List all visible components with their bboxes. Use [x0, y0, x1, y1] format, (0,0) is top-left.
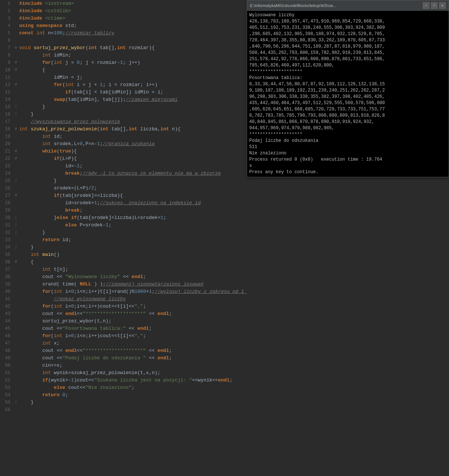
terminal-line: Wylosowane liczby: [249, 12, 446, 18]
code-line-9: 9 ▽ for(int j = 0; j < rozmiar-1; j++): [0, 59, 247, 66]
code-line-42: 42 for(int i=0;i<n;i++)cout<<t[i]<<",";: [0, 303, 247, 310]
terminal-titlebar: E:\informatykaMiGra\codeBlocks\lekcje\kl…: [247, 0, 449, 11]
close-button[interactable]: ✕: [439, 2, 446, 9]
terminal-window[interactable]: E:\informatykaMiGra\codeBlocks\lekcje\kl…: [247, 0, 449, 177]
code-line-8: 8 int idMin;: [0, 52, 247, 59]
terminal-line: Posortowana tablica:: [249, 75, 446, 81]
code-line-16: 16 │ }: [0, 111, 247, 118]
terminal-title: E:\informatykaMiGra\codeBlocks\lekcje\kl…: [250, 3, 423, 8]
code-line-46: 46 for(int i=0;i<n;i++)cout<<t[i]<<",";: [0, 332, 247, 340]
code-line-39: 39 srand( time( NULL ) );//zapewnij niep…: [0, 281, 247, 288]
terminal-line: 8,782,783,785,785,790,793,800,800,809,81…: [249, 113, 446, 119]
code-line-2: 2 #include <cstdlib>: [0, 7, 247, 15]
code-line-38: 38 cout << "Wylosowane liczby" << endl;: [0, 273, 247, 281]
code-line-28: 28 id=srodek+1;//sukces, znaleziono na i…: [0, 199, 247, 207]
terminal-line: 40,840,845,861,866,870,878,890,910,910,9…: [249, 119, 446, 125]
code-line-12: 12 ▽ for(int i = j + 1; i < rozmiar; i++…: [0, 81, 247, 89]
code-line-1: 1 #include <iostream>: [0, 0, 247, 7]
code-line-33: 33 return id;: [0, 236, 247, 244]
code-line-15: 15 │ }: [0, 103, 247, 111]
code-lines: 1 #include <iostream> 2 #include <cstdli…: [0, 0, 247, 414]
code-line-26: 26 srodek=(L+P)/2;: [0, 185, 247, 192]
code-line-21: 21 ▽ while(true){: [0, 148, 247, 155]
code-line-53: 53 else cout<<"Nie znaleziono";: [0, 384, 247, 391]
terminal-line: 9,180,187,188,189,192,231,239,240,251,26…: [249, 88, 446, 94]
terminal-line: 405,512,192,753,231,338,240,555,306,303,…: [249, 25, 446, 31]
code-line-56: 56: [0, 406, 247, 414]
code-line-13: 13 if(tab[i] < tab[idMin]) idMin = i;: [0, 89, 247, 96]
code-line-40: 40 for(int i=0;i<n;i++)t[i]=rand()%1000+…: [0, 288, 247, 295]
terminal-line: 426,138,783,180,957,47,473,910,969,854,7…: [249, 18, 446, 25]
code-line-32: 32 │ }: [0, 229, 247, 236]
terminal-line: 785,645,826,460,497,112,620,800,: [249, 62, 446, 69]
code-line-50: 50 cin>>x;: [0, 362, 247, 369]
code-line-22: 22 ▽ if(L>P){: [0, 155, 247, 162]
code-line-44: 44 sortuj_przez_wybor(t,n);: [0, 318, 247, 325]
code-editor[interactable]: 1 #include <iostream> 2 #include <cstdli…: [0, 0, 247, 476]
terminal-line: 944,957,969,974,979,980,982,985,: [249, 125, 446, 131]
code-line-35: 35 int main(): [0, 251, 247, 258]
terminal-line: Nie znaleziono: [249, 150, 446, 157]
terminal-control-buttons: — □ ✕: [423, 2, 446, 9]
code-line-55: 55 │ }: [0, 399, 247, 406]
terminal-line: 435,442,460,464,473,497,512,529,555,560,…: [249, 100, 446, 106]
terminal-line: ,605,620,645,651,668,685,720,729,733,733…: [249, 106, 446, 113]
terminal-line: 511: [249, 144, 446, 150]
code-line-20: 20 int srodek,L=0,P=n-1;//granica szukan…: [0, 140, 247, 148]
minimize-button[interactable]: —: [423, 2, 429, 9]
terminal-line: 560,44,435,262,793,800,159,782,982,910,2…: [249, 50, 446, 56]
code-line-14: 14 swap(tab[idMin], tab[j]);//zamien mie…: [0, 96, 247, 103]
terminal-output: Wylosowane liczby426,138,783,180,957,47,…: [247, 11, 449, 177]
code-line-47: 47 int x;: [0, 340, 247, 347]
code-line-51: 51 int wynik=szukaj_przez_polowienie(t,x…: [0, 369, 247, 377]
code-line-4: 4 using namespace std;: [0, 22, 247, 30]
code-line-43: 43 cout << endl<<"********************" …: [0, 310, 247, 318]
code-line-31: 31 │ else P=srodek-1;: [0, 222, 247, 229]
terminal-line: ********************: [249, 69, 446, 75]
code-line-7: 7 ▽ void sortuj_przez_wybor(int tab[],in…: [0, 44, 247, 52]
code-line-48: 48 cout << endl<<"********************" …: [0, 347, 247, 355]
code-line-5: 5 const int n=100;//rozmiar tablicy: [0, 30, 247, 37]
terminal-line: ,298,685,402,132,985,398,188,974,932,128…: [249, 31, 446, 37]
code-line-3: 3 #include <ctime>: [0, 15, 247, 22]
code-line-54: 54 return 0;: [0, 391, 247, 399]
code-line-49: 49 cout <<"Podaj liczbe do odszukania " …: [0, 355, 247, 362]
code-line-11: 11 idMin = j;: [0, 74, 247, 81]
code-line-30: 30 │ }else if(tab[srodek]<liczba)L=srode…: [0, 214, 247, 222]
code-line-27: 27 ▽ if(tab[srodek]==liczba){: [0, 192, 247, 199]
terminal-line: Podaj liczbe do odszukania: [249, 138, 446, 144]
code-line-45: 45 cout <<"Posortowana tablica:" << endl…: [0, 325, 247, 332]
terminal-line: 96,298,303,306,338,338,355,382,397,398,4…: [249, 94, 446, 100]
terminal-line: Process returned 0 (0x0) execution time …: [249, 157, 446, 163]
code-line-37: 37 int t[n];: [0, 266, 247, 273]
code-line-29: 29 break;: [0, 207, 247, 214]
terminal-line: 720,464,397,38,355,80,830,33,262,189,870…: [249, 37, 446, 44]
terminal-line: ,840,790,56,296,944,751,109,287,87,818,9…: [249, 44, 446, 50]
code-line-41: 41 //pokaz wylosowane liczby: [0, 295, 247, 303]
code-line-34: 34 │ }: [0, 244, 247, 251]
code-line-52: 52 if(wynik>-1)cout<<"Szukana liczba jes…: [0, 377, 247, 384]
code-line-36: 36 ▽ {: [0, 258, 247, 266]
code-line-24: 24 break;//gdy -1 to oznacza ze elementu…: [0, 170, 247, 177]
maximize-button[interactable]: □: [431, 2, 438, 9]
code-line-18: 18 ▽ int szukaj_przez_polowienie(int tab…: [0, 126, 247, 133]
code-line-23: 23 id=-1;: [0, 162, 247, 170]
code-line-6: 6: [0, 37, 247, 44]
terminal-line: 8,33,38,44,47,56,80,87,87,92,109,112,128…: [249, 81, 446, 88]
code-line-17: 17 //wyszukiwanie przez polowienie: [0, 118, 247, 126]
terminal-line: s: [249, 163, 446, 169]
terminal-line: ********************: [249, 131, 446, 138]
code-line-25: 25 │ }: [0, 177, 247, 185]
terminal-line: Press any key to continue.: [249, 169, 446, 175]
code-line-19: 19 int id;: [0, 133, 247, 140]
code-line-10: 10 ▽ {: [0, 66, 247, 74]
terminal-line: 251,578,442,92,778,866,600,890,878,861,7…: [249, 56, 446, 62]
